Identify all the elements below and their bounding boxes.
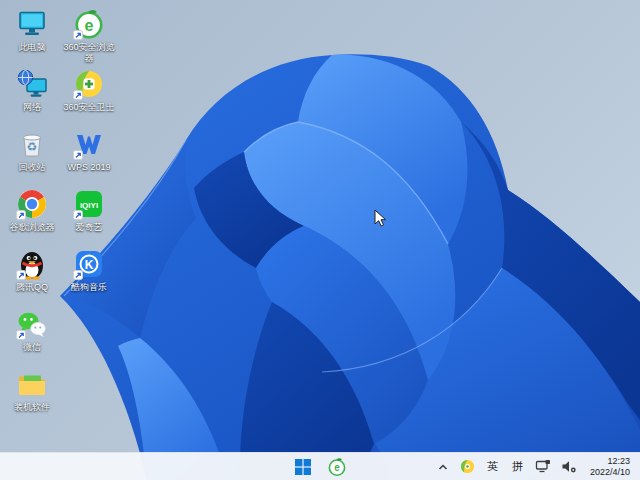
volume-icon [561,459,577,474]
shortcut-arrow-icon [73,128,105,160]
clock-date: 2022/4/10 [590,467,630,478]
desktop-icon-google-chrome[interactable]: 谷歌浏览器 [4,188,60,233]
icon-label: 360安全浏览器 [61,42,117,64]
360-tray-ball-icon [460,459,475,474]
ime-english-indicator[interactable]: 英 [482,456,503,478]
shortcut-arrow-icon [16,188,48,220]
taskbar: e 英 拼 [0,452,640,480]
tray-360-icon-button[interactable] [457,456,478,478]
shortcut-arrow-icon [16,248,48,280]
chevron-up-icon [436,460,450,474]
360-browser-icon: e [327,457,347,477]
shortcut-arrow-icon [73,248,105,280]
tray-network-button[interactable] [532,456,554,478]
system-tray: 英 拼 12:23 2022/4/10 [433,453,634,480]
taskbar-360-browser-button[interactable]: e [324,455,350,479]
desktop-icon-software-folder[interactable]: 装机软件 [4,368,60,413]
icon-label: 谷歌浏览器 [10,222,55,233]
icon-label: 装机软件 [14,402,50,413]
shortcut-arrow-icon [73,8,105,40]
folder-icon [16,368,48,400]
svg-text:♻: ♻ [27,140,38,154]
desktop-icon-kugou-music[interactable]: K 酷狗音乐 [61,248,117,293]
ime-pinyin-indicator[interactable]: 拼 [507,456,528,478]
icon-label: 360安全卫士 [63,102,114,113]
desktop-icon-360-security-guard[interactable]: 360安全卫士 [61,68,117,113]
tray-volume-button[interactable] [558,456,580,478]
clock-time: 12:23 [590,456,630,467]
this-pc-icon [16,8,48,40]
icon-label: WPS 2019 [67,162,110,173]
network-icon [16,68,48,100]
icon-label: 回收站 [19,162,46,173]
desktop-icon-wps-2019[interactable]: WPS 2019 [61,128,117,173]
taskbar-center: e [290,455,350,479]
icon-label: 此电脑 [19,42,46,53]
desktop-icon-network[interactable]: 网络 [4,68,60,113]
desktop-icon-iqiyi[interactable]: iQIYI 爱奇艺 [61,188,117,233]
desktop-icon-360-secure-browser[interactable]: e 360安全浏览器 [61,8,117,64]
icon-label: 腾讯QQ [16,282,48,293]
desktop-icon-tencent-qq[interactable]: 腾讯QQ [4,248,60,293]
svg-text:e: e [334,462,340,473]
icon-label: 酷狗音乐 [71,282,107,293]
recycle-bin-icon: ♻ [16,128,48,160]
tray-hidden-icons-button[interactable] [433,456,453,478]
shortcut-arrow-icon [16,308,48,340]
shortcut-arrow-icon [73,68,105,100]
desktop-icon-this-pc[interactable]: 此电脑 [4,8,60,53]
taskbar-clock[interactable]: 12:23 2022/4/10 [584,456,634,477]
shortcut-arrow-icon [73,188,105,220]
desktop: 此电脑 网络 ♻ 回收站 [0,0,640,480]
windows-logo-icon [294,458,312,476]
icon-label: 爱奇艺 [76,222,103,233]
icon-label: 网络 [23,102,41,113]
desktop-icon-wechat[interactable]: 微信 [4,308,60,353]
desktop-icon-recycle-bin[interactable]: ♻ 回收站 [4,128,60,173]
network-monitor-icon [535,459,551,474]
icon-label: 微信 [23,342,41,353]
start-button[interactable] [290,455,316,479]
